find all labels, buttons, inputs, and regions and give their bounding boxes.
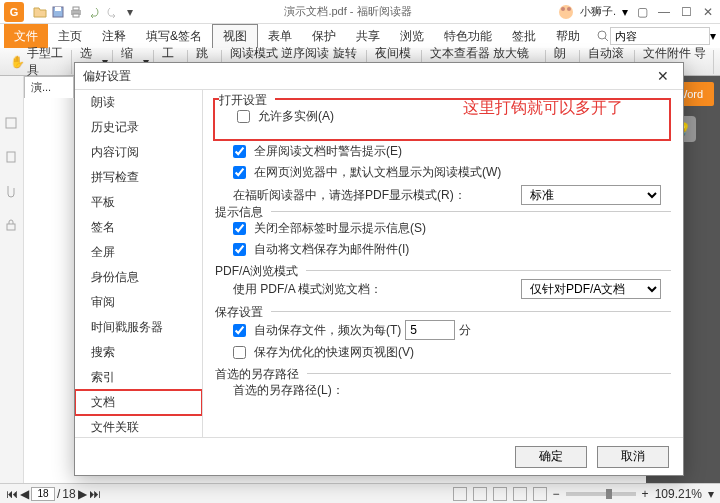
hand-tool-icon[interactable]: ✋	[10, 55, 25, 69]
close-tabs-label: 关闭全部标签时显示提示信息(S)	[254, 220, 426, 237]
pdf-display-label: 在福昕阅读器中，请选择PDF显示模式(R)：	[233, 187, 466, 204]
bookmark-icon[interactable]	[4, 116, 20, 132]
dialog-footer: 确定 取消	[75, 437, 683, 475]
dialog-close-icon[interactable]: ✕	[651, 66, 675, 86]
cat-file-assoc[interactable]: 文件关联	[75, 415, 202, 437]
redo-icon[interactable]	[104, 4, 120, 20]
cat-identity[interactable]: 身份信息	[75, 265, 202, 290]
avatar-icon[interactable]	[558, 4, 574, 20]
search-box: ▾	[596, 27, 716, 45]
user-dropdown-icon[interactable]: ▾	[622, 5, 628, 19]
window-title: 演示文档.pdf - 福昕阅读器	[138, 4, 558, 19]
left-toolbar	[0, 76, 24, 483]
cat-speak[interactable]: 朗读	[75, 90, 202, 115]
dialog-titlebar: 偏好设置 ✕	[75, 63, 683, 89]
close-window-icon[interactable]: ✕	[700, 4, 716, 20]
svg-rect-11	[7, 224, 15, 230]
last-page-icon[interactable]: ⏭	[89, 487, 101, 501]
cat-subscribe[interactable]: 内容订阅	[75, 140, 202, 165]
pdfa-title: PDF/A浏览模式	[215, 263, 306, 280]
cat-signature[interactable]: 签名	[75, 215, 202, 240]
open-settings-highlight: 打开设置 允许多实例(A)	[213, 98, 671, 141]
autosave-checkbox[interactable]	[233, 324, 246, 337]
svg-rect-1	[55, 7, 61, 11]
ok-button[interactable]: 确定	[515, 446, 587, 468]
close-tabs-checkbox[interactable]	[233, 222, 246, 235]
save-web-label: 保存为优化的快速网页视图(V)	[254, 344, 414, 361]
search-input[interactable]	[610, 27, 710, 45]
preferences-dialog: 偏好设置 ✕ 朗读 历史记录 内容订阅 拼写检查 平板 签名 全屏 身份信息 审…	[74, 62, 684, 476]
page-input[interactable]	[31, 487, 55, 501]
statusbar: ⏮ ◀ / 18 ▶ ⏭ − + 109.21% ▾	[0, 483, 720, 503]
view-mode-3-icon[interactable]	[493, 487, 507, 501]
cat-fullscreen[interactable]: 全屏	[75, 240, 202, 265]
svg-rect-3	[73, 7, 79, 10]
zoom-dropdown-icon[interactable]: ▾	[708, 487, 714, 501]
undo-icon[interactable]	[86, 4, 102, 20]
svg-point-7	[567, 7, 571, 11]
cancel-button[interactable]: 取消	[597, 446, 669, 468]
minimize-icon[interactable]: —	[656, 4, 672, 20]
pref-path-title: 首选的另存路径	[215, 366, 307, 383]
cat-spell[interactable]: 拼写检查	[75, 165, 202, 190]
pdfa-label: 使用 PDF/A 模式浏览文档：	[233, 281, 382, 298]
clip-icon[interactable]	[4, 184, 20, 200]
view-mode-2-icon[interactable]	[473, 487, 487, 501]
username[interactable]: 小狮子.	[580, 4, 616, 19]
cat-index[interactable]: 索引	[75, 365, 202, 390]
cat-tablet[interactable]: 平板	[75, 190, 202, 215]
dialog-title: 偏好设置	[83, 68, 131, 85]
cat-history[interactable]: 历史记录	[75, 115, 202, 140]
category-list: 朗读 历史记录 内容订阅 拼写检查 平板 签名 全屏 身份信息 审阅 时间戳服务…	[75, 90, 203, 437]
zoom-in-icon[interactable]: +	[642, 487, 649, 501]
cat-review[interactable]: 审阅	[75, 290, 202, 315]
print-icon[interactable]	[68, 4, 84, 20]
svg-point-6	[561, 7, 565, 11]
view-mode-5-icon[interactable]	[533, 487, 547, 501]
multi-instance-checkbox[interactable]	[237, 110, 250, 123]
svg-rect-4	[73, 14, 79, 17]
svg-point-8	[598, 31, 606, 39]
web-viewer-label: 在网页浏览器中，默认文档显示为阅读模式(W)	[254, 164, 501, 181]
page-icon[interactable]	[4, 150, 20, 166]
svg-rect-10	[7, 152, 15, 162]
qat-more-icon[interactable]: ▾	[122, 4, 138, 20]
view-mode-4-icon[interactable]	[513, 487, 527, 501]
view-mode-1-icon[interactable]	[453, 487, 467, 501]
save-web-checkbox[interactable]	[233, 346, 246, 359]
zoom-value: 109.21%	[655, 487, 702, 501]
zoom-slider[interactable]	[566, 492, 636, 496]
document-tab[interactable]: 演...	[24, 76, 74, 98]
hand-tool-label: 手型工具	[27, 45, 67, 79]
fullscreen-warn-label: 全屏阅读文档时警告提示(E)	[254, 143, 402, 160]
save-icon[interactable]	[50, 4, 66, 20]
open-icon[interactable]	[32, 4, 48, 20]
dialog-content: 这里打钩就可以多开了 打开设置 允许多实例(A) 全屏阅读文档时警告提示(E) …	[203, 90, 683, 437]
pdfa-select[interactable]: 仅针对PDF/A文档	[521, 279, 661, 299]
fullscreen-warn-checkbox[interactable]	[233, 145, 246, 158]
app-logo: G	[4, 2, 24, 22]
first-page-icon[interactable]: ⏮	[6, 487, 18, 501]
zoom-out-icon[interactable]: −	[553, 487, 560, 501]
search-icon[interactable]	[596, 29, 610, 43]
pdf-display-select[interactable]: 标准	[521, 185, 661, 205]
svg-rect-9	[6, 118, 16, 128]
ribbon-toggle-icon[interactable]: ▢	[634, 4, 650, 20]
cat-documents[interactable]: 文档	[75, 390, 202, 415]
pref-path-label: 首选的另存路径(L)：	[233, 382, 344, 399]
cat-search[interactable]: 搜索	[75, 340, 202, 365]
save-attach-checkbox[interactable]	[233, 243, 246, 256]
search-dropdown-icon[interactable]: ▾	[710, 29, 716, 43]
page-sep: /	[57, 487, 60, 501]
autosave-interval-input[interactable]	[405, 320, 455, 340]
autosave-unit: 分	[459, 322, 471, 339]
maximize-icon[interactable]: ☐	[678, 4, 694, 20]
cat-timestamp[interactable]: 时间戳服务器	[75, 315, 202, 340]
hint-info-title: 提示信息	[215, 204, 271, 221]
lock-icon[interactable]	[4, 218, 20, 234]
autosave-label: 自动保存文件，频次为每(T)	[254, 322, 401, 339]
prev-page-icon[interactable]: ◀	[20, 487, 29, 501]
web-viewer-checkbox[interactable]	[233, 166, 246, 179]
next-page-icon[interactable]: ▶	[78, 487, 87, 501]
save-attach-label: 自动将文档保存为邮件附件(I)	[254, 241, 409, 258]
